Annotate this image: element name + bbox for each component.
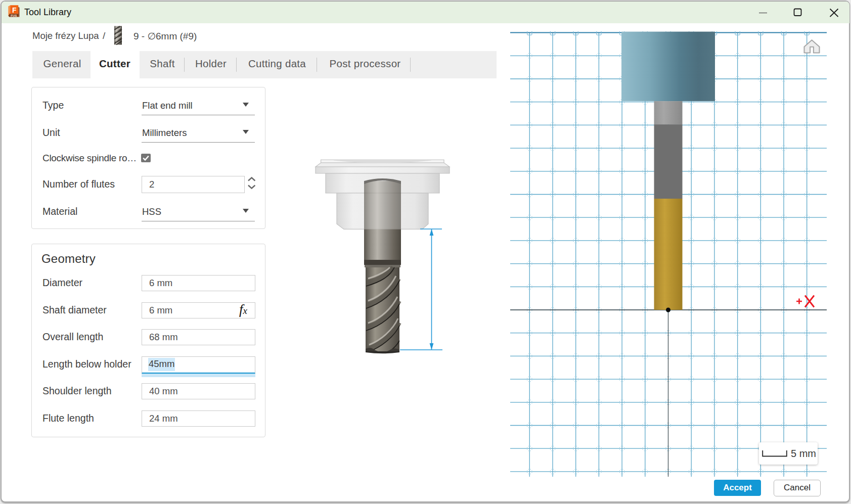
svg-text:FUS: FUS: [11, 14, 17, 17]
svg-text:F: F: [12, 6, 17, 14]
